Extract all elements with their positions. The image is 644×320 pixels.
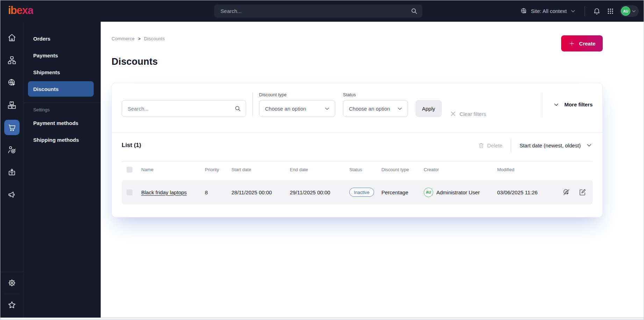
- id-badge-icon: [7, 168, 16, 177]
- create-button-label: Create: [579, 41, 595, 47]
- trash-icon: [478, 142, 484, 148]
- sidebar-item-orders[interactable]: Orders: [28, 31, 94, 46]
- column-start-date: Start date: [231, 167, 290, 172]
- gear-icon: [7, 278, 16, 287]
- main-content: Commerce > Discounts Create Discounts: [101, 22, 644, 318]
- sidebar-item-discounts[interactable]: Discounts: [28, 81, 94, 97]
- delete-button[interactable]: Delete: [478, 142, 502, 148]
- sidebar-item-payments[interactable]: Payments: [28, 48, 94, 63]
- customer-target-icon: [7, 145, 16, 154]
- home-icon: [7, 33, 16, 42]
- creator-name: Administrator User: [436, 189, 480, 195]
- app-switcher-button[interactable]: [604, 5, 616, 17]
- rail-item-settings[interactable]: [4, 275, 20, 291]
- column-name: Name: [141, 167, 205, 172]
- topbar: ibexa Site: All context: [0, 0, 644, 22]
- site-context-label: Site: All context: [531, 8, 567, 14]
- rail-item-customers[interactable]: [4, 142, 20, 158]
- create-button[interactable]: Create: [561, 35, 603, 51]
- icon-rail: [0, 22, 23, 318]
- divider: [0, 272, 23, 272]
- row-creator: AU Administrator User: [424, 188, 497, 197]
- bell-icon: [593, 7, 601, 15]
- sort-dropdown-label: Start date (newest, oldest): [520, 142, 581, 148]
- divider: [585, 6, 585, 16]
- x-icon: [450, 111, 456, 117]
- row-actions: [562, 188, 593, 197]
- sort-dropdown[interactable]: Start date (newest, oldest): [520, 142, 593, 149]
- status-select[interactable]: Choose an option: [343, 100, 408, 117]
- divider: [511, 138, 511, 152]
- breadcrumb-separator: >: [138, 36, 141, 41]
- window-bottom-strip: [0, 318, 644, 320]
- row-end-date: 29/11/2025 00:00: [290, 189, 349, 195]
- star-icon: [7, 300, 16, 309]
- column-status: Status: [349, 167, 381, 172]
- rail-item-content[interactable]: [4, 53, 20, 68]
- more-filters-label: More filters: [564, 102, 593, 107]
- global-search-input[interactable]: [214, 5, 422, 18]
- list-title: List (1): [122, 142, 141, 149]
- search-icon: [410, 7, 418, 15]
- row-discount-type: Percentage: [381, 189, 424, 195]
- rail-item-site[interactable]: [4, 75, 20, 90]
- rail-item-products[interactable]: [4, 97, 20, 113]
- breadcrumb-commerce[interactable]: Commerce: [112, 36, 135, 41]
- ibexa-logo[interactable]: ibexa: [8, 5, 33, 17]
- column-creator: Creator: [424, 167, 497, 172]
- apply-button[interactable]: Apply: [416, 100, 442, 117]
- clear-filters-button[interactable]: Clear filters: [450, 111, 486, 117]
- page-header: Commerce > Discounts Create: [112, 32, 603, 51]
- deactivate-discount-button[interactable]: [562, 188, 571, 197]
- filter-search-input[interactable]: [122, 100, 246, 117]
- status-filter: Status Choose an option: [343, 92, 408, 117]
- notifications-button[interactable]: [591, 5, 603, 18]
- chevron-down-icon: [324, 105, 330, 112]
- edit-discount-button[interactable]: [578, 188, 587, 197]
- discount-type-label: Discount type: [259, 92, 335, 97]
- more-filters-button[interactable]: More filters: [542, 92, 593, 117]
- chevron-down-icon: [553, 101, 560, 108]
- deactivate-discount-icon: [563, 188, 570, 196]
- divider: [252, 92, 253, 117]
- status-value: Choose an option: [349, 106, 390, 112]
- select-all-checkbox[interactable]: [127, 167, 133, 173]
- table-header-row: Name Priority Start date End date Status…: [122, 161, 593, 178]
- sidebar-item-payment-methods[interactable]: Payment methods: [28, 115, 94, 131]
- discount-type-value: Choose an option: [265, 106, 306, 112]
- sidebar-item-shipments[interactable]: Shipments: [28, 64, 94, 80]
- settings-heading: Settings: [33, 107, 101, 112]
- rail-item-commerce[interactable]: [4, 120, 20, 135]
- breadcrumb-discounts: Discounts: [144, 36, 165, 41]
- list-section: List (1) Delete Start date (newest, olde…: [112, 133, 602, 217]
- rail-item-marketing[interactable]: [4, 187, 20, 202]
- discounts-table: Name Priority Start date End date Status…: [122, 161, 593, 204]
- global-search[interactable]: [214, 5, 422, 18]
- delete-button-label: Delete: [487, 142, 502, 148]
- rail-item-admin[interactable]: [4, 165, 20, 180]
- divider: [4, 294, 20, 294]
- row-priority: 8: [205, 189, 231, 195]
- user-menu-button[interactable]: AU: [620, 5, 639, 17]
- sidebar-item-shipping-methods[interactable]: Shipping methods: [28, 132, 94, 147]
- page-title: Discounts: [112, 56, 603, 67]
- divider: [23, 103, 101, 103]
- topbar-actions: Site: All context AU: [517, 5, 639, 18]
- filter-search[interactable]: [122, 100, 246, 117]
- globe-cursor-icon: [7, 78, 16, 87]
- row-start-date: 28/11/2025 00:00: [231, 189, 290, 195]
- breadcrumb: Commerce > Discounts: [112, 36, 165, 41]
- shopping-cart-icon: [7, 123, 16, 132]
- rail-item-dashboard[interactable]: [4, 30, 20, 46]
- plus-icon: [568, 40, 575, 47]
- chevron-down-icon: [631, 8, 637, 14]
- row-checkbox[interactable]: [127, 189, 133, 195]
- table-row: Black friday laptops 8 28/11/2025 00:00 …: [122, 180, 593, 204]
- discount-type-select[interactable]: Choose an option: [259, 100, 335, 117]
- chevron-down-icon: [396, 105, 403, 112]
- column-modified: Modified: [497, 167, 562, 172]
- discount-name-link[interactable]: Black friday laptops: [141, 189, 205, 195]
- rail-item-favorites[interactable]: [4, 297, 20, 313]
- site-context-selector[interactable]: Site: All context: [517, 5, 579, 17]
- search-icon: [234, 105, 241, 112]
